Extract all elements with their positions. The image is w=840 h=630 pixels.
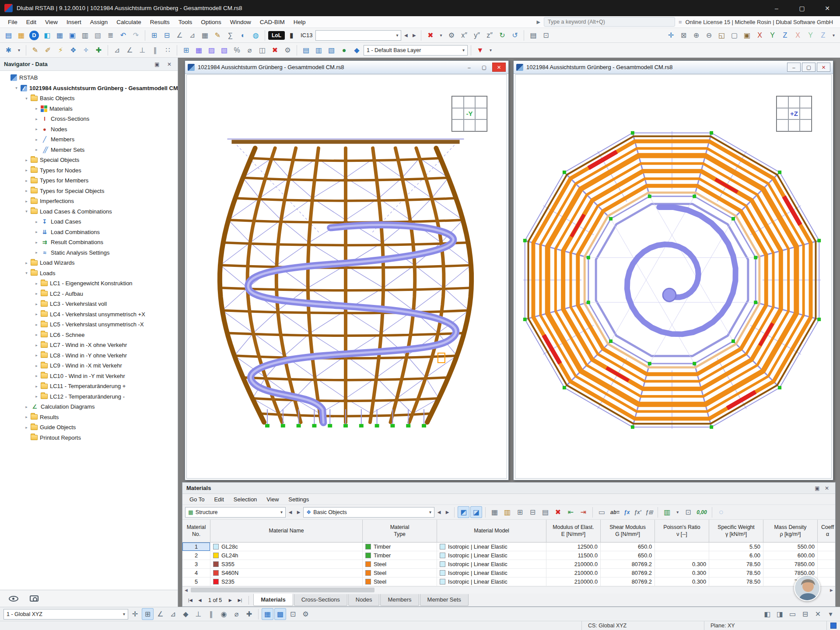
tree-item-lc7-wind-in-x-ohne-verkehr[interactable]: ▸LC7 - Wind in -X ohne Verkehr (0, 340, 178, 350)
tables-icon[interactable]: ▦ (54, 29, 66, 41)
more-options-icon[interactable]: ▾ (825, 608, 836, 620)
model-window-top-view[interactable]: 1021984 Aussichtsturm Grünberg - Gesamtm… (513, 60, 833, 480)
column-header-material-name[interactable]: Material Name (210, 520, 363, 542)
y-coordinate-icon[interactable]: y″ (471, 29, 483, 41)
chevron-right-icon[interactable]: ▸ (23, 158, 30, 162)
edit-mode-icon[interactable]: ✎ (212, 29, 224, 41)
rename-icon[interactable]: ab= (609, 506, 621, 518)
new-model-icon[interactable]: ▤ (3, 29, 14, 41)
maximize-icon[interactable]: ▢ (802, 63, 816, 72)
maximize-button[interactable]: ▢ (789, 0, 815, 16)
point-snap-icon[interactable]: ◆ (180, 608, 192, 620)
chevron-right-icon[interactable]: ▸ (33, 374, 40, 378)
chevron-right-icon[interactable]: ▸ (33, 250, 40, 255)
view-x-icon[interactable]: X (754, 29, 766, 41)
redo-icon[interactable]: ↷ (130, 29, 142, 41)
panel-toggle-icon[interactable]: ⊡ (540, 29, 552, 41)
tree-item-load-combinations[interactable]: ▸⇊Load Combinations (0, 227, 178, 238)
intersection-snap-icon[interactable]: ✚ (243, 608, 255, 620)
chevron-down-icon[interactable]: ▾ (23, 271, 30, 275)
menu-file[interactable]: File (4, 17, 22, 27)
rstab-models-icon[interactable]: ◧ (41, 29, 53, 41)
tree-item-lc3-verkehrslast-voll[interactable]: ▸LC3 - Verkehrslast voll (0, 299, 178, 309)
open-model-icon[interactable]: ▦ (15, 29, 27, 41)
column-header-kg-m[interactable]: Mass Densityρ [kg/m³] (763, 520, 818, 542)
panel-menu-edit[interactable]: Edit (210, 495, 228, 504)
divide-icon[interactable]: ∷ (162, 44, 174, 56)
tree-item-lc9-wind-in-x-mit-verkehr[interactable]: ▸LC9 - Wind in -X mit Verkehr (0, 360, 178, 371)
close-icon[interactable]: ✕ (817, 63, 830, 72)
draw-member-icon[interactable]: ✐ (42, 44, 54, 56)
zoom-window-icon[interactable]: ⊠ (678, 29, 690, 41)
tree-item-lc4-verkehrslast-unsymmetrisch-x[interactable]: ▸LC4 - Verkehrslast unsymmetrisch +X (0, 309, 178, 320)
column-header-kn-m[interactable]: Specific Weightγ [kN/m³] (709, 520, 763, 542)
tree-item-lc5-verkehrslast-unsymmetrisch-x[interactable]: ▸LC5 - Verkehrslast unsymmetrisch -X (0, 319, 178, 330)
save-icon[interactable]: ▣ (66, 29, 78, 41)
chevron-down-icon[interactable]: ▾ (23, 209, 30, 214)
isometric-view-icon[interactable]: ◱ (716, 29, 728, 41)
table-row-gl24h[interactable]: 2GL24hTimberIsotropic | Linear Elastic11… (182, 551, 835, 560)
chevron-right-icon[interactable]: ▸ (33, 312, 40, 316)
tree-item-load-wizards[interactable]: ▸Load Wizards (0, 258, 178, 268)
table-row-s460n[interactable]: 4S460NSteelIsotropic | Linear Elastic210… (182, 569, 835, 578)
maximize-icon[interactable]: ▢ (477, 63, 491, 72)
scroll-right-icon[interactable]: ▶ (828, 588, 835, 592)
zoom-out-icon[interactable]: ⊖ (703, 29, 715, 41)
z-coordinate-icon[interactable]: z″ (483, 29, 495, 41)
tree-item-guide-objects[interactable]: ▸Guide Objects (0, 422, 178, 433)
tab-nodes[interactable]: Nodes (348, 594, 380, 606)
tree-item-1021984-aussichtstsurm-gr-nberg-gesamtmode[interactable]: ▾1021984 Aussichtstsurm Grünberg - Gesam… (0, 83, 178, 94)
angle-icon[interactable]: ∠ (124, 44, 136, 56)
structure-next-arrow[interactable]: ▶ (295, 507, 302, 518)
status-color-icon[interactable] (830, 623, 836, 629)
chevron-right-icon[interactable]: ▸ (33, 240, 40, 245)
parallel-icon[interactable]: ∥ (149, 44, 161, 56)
tree-item-materials[interactable]: ▸Materials (0, 104, 178, 114)
objects-prev-arrow[interactable]: ◀ (435, 507, 443, 518)
mirror-icon[interactable]: ◫ (256, 44, 268, 56)
close-icon[interactable]: ✕ (822, 484, 831, 493)
sum-results-icon[interactable]: ∑ (224, 29, 236, 41)
menu-options[interactable]: Options (196, 17, 226, 27)
table-edit-icon[interactable]: ▥ (501, 506, 513, 518)
column-header-no[interactable]: MaterialNo. (182, 520, 210, 542)
tree-item-basic-objects[interactable]: ▾Basic Objects (0, 93, 178, 104)
layer-color-icon[interactable]: ◆ (351, 44, 363, 56)
work-plane-icon[interactable]: ▦ (193, 44, 205, 56)
visual-objects-icon[interactable]: ▮ (286, 29, 298, 41)
snap-display-icon[interactable]: ▩ (274, 608, 286, 620)
row-color-icon[interactable]: ▤ (539, 506, 551, 518)
diameter-icon[interactable]: ⌀ (244, 44, 256, 56)
object-settings-icon[interactable]: ⚙ (282, 44, 294, 56)
grid-snap-icon[interactable]: ⊞ (142, 608, 154, 620)
ic-label[interactable]: IC13 (298, 32, 315, 38)
view-split-2-icon[interactable]: ◨ (774, 608, 786, 620)
parallel-snap-icon[interactable]: ∥ (205, 608, 217, 620)
tab-members[interactable]: Members (380, 594, 419, 606)
move-view-icon[interactable]: ✛ (665, 29, 677, 41)
chevron-right-icon[interactable]: ▸ (33, 291, 40, 296)
next-config-arrow[interactable]: ▶ (410, 30, 418, 41)
minimize-button[interactable]: – (764, 0, 789, 16)
delete-objects-icon[interactable]: ✖ (269, 44, 281, 56)
chevron-right-icon[interactable]: ▸ (23, 415, 30, 419)
column-header-[interactable]: Coeffα (818, 520, 835, 542)
triangle-snap-icon[interactable]: ⊿ (167, 608, 179, 620)
chevron-right-icon[interactable]: ▸ (23, 178, 30, 183)
panel-menu-settings[interactable]: Settings (284, 495, 313, 504)
column-header-type[interactable]: MaterialType (363, 520, 437, 542)
online-services-icon[interactable]: ◍ (250, 29, 262, 41)
center-snap-icon[interactable]: ◉ (218, 608, 230, 620)
selection-pointer-icon[interactable]: ✱ (3, 44, 14, 56)
refresh-icon[interactable]: ↺ (509, 29, 521, 41)
sync-table-icon[interactable]: ◪ (470, 506, 482, 518)
chevron-right-icon[interactable]: ▸ (23, 405, 30, 409)
chevron-right-icon[interactable]: ▸ (33, 364, 40, 368)
tree-item-members[interactable]: ▸╱Members (0, 134, 178, 145)
search-arrow-icon[interactable]: ▶ (537, 19, 540, 25)
chevron-right-icon[interactable]: ▸ (33, 117, 40, 121)
color-scale-dropdown[interactable]: ▾ (674, 507, 681, 518)
solid-view-icon[interactable]: ▣ (741, 29, 753, 41)
column-header-[interactable]: Poisson's Ratioν [--] (655, 520, 709, 542)
perpendicular-icon[interactable]: ⊥ (136, 44, 148, 56)
